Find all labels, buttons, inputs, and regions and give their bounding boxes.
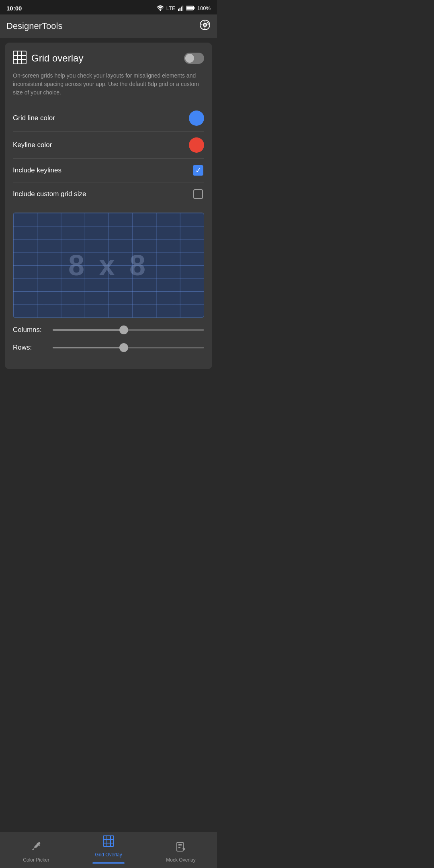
checkbox-checked-icon: ✓ [193,165,203,176]
keyline-color-row: Keyline color [13,132,204,159]
status-icons: LTE 100% [157,5,211,11]
grid-overlay-icon [13,51,27,66]
include-custom-grid-checkbox[interactable] [192,188,204,200]
grid-preview: 8 x 8 [13,213,204,318]
grid-label: 8 x 8 [68,249,149,282]
rows-slider-track[interactable] [53,347,204,348]
rows-slider-row: Rows: [13,344,204,352]
svg-rect-4 [182,6,183,11]
grid-overlay-card: Grid overlay On-screen grids help you ch… [5,43,212,369]
toggle-thumb [185,54,194,63]
include-keylines-row: Include keylines ✓ [13,159,204,182]
grid-line-color-row: Grid line color [13,105,204,132]
keyline-color-label: Keyline color [13,141,52,149]
svg-rect-1 [178,9,179,11]
toggle-track [184,53,204,64]
rows-label: Rows: [13,344,47,352]
include-custom-grid-label: Include custom grid size [13,190,86,198]
status-time: 10:00 [6,5,22,12]
main-content: Grid overlay On-screen grids help you ch… [0,38,217,379]
columns-slider-track[interactable] [53,329,204,331]
slider-section: Columns: Rows: [13,326,204,352]
columns-slider-fill [53,329,124,331]
grid-overlay-description: On-screen grids help you check your layo… [13,72,204,97]
svg-line-15 [207,23,208,23]
svg-rect-7 [186,6,193,10]
checkbox-unchecked-icon [193,189,203,199]
columns-slider-row: Columns: [13,326,204,334]
include-keylines-checkbox[interactable]: ✓ [192,164,204,176]
card-header-left: Grid overlay [13,51,83,66]
columns-slider-thumb[interactable] [119,326,128,334]
app-title: DesignerTools [6,21,62,31]
grid-overlay-toggle[interactable] [184,53,204,64]
battery-icon [186,6,195,10]
grid-line-color-label: Grid line color [13,114,55,122]
card-header: Grid overlay [13,51,204,66]
signal-icon [178,5,184,11]
rows-slider-thumb[interactable] [119,343,128,352]
keyline-color-picker[interactable] [189,137,204,153]
battery-label: 100% [197,5,211,11]
include-keylines-label: Include keylines [13,166,61,174]
status-bar: 10:00 LTE 100% [0,0,217,14]
columns-label: Columns: [13,326,47,334]
wifi-icon [157,5,164,11]
grid-overlay-title: Grid overlay [31,53,83,64]
include-custom-grid-row: Include custom grid size [13,182,204,206]
rows-slider-fill [53,347,124,348]
svg-rect-6 [193,7,194,9]
app-bar: DesignerTools [0,14,217,38]
grid-line-color-picker[interactable] [189,111,204,126]
carrier-label: LTE [166,5,176,11]
settings-star-icon[interactable] [199,19,211,33]
svg-rect-2 [179,8,180,11]
grid-canvas: 8 x 8 [13,213,204,317]
svg-rect-16 [13,51,26,64]
svg-point-0 [160,10,161,11]
svg-rect-3 [181,7,182,11]
